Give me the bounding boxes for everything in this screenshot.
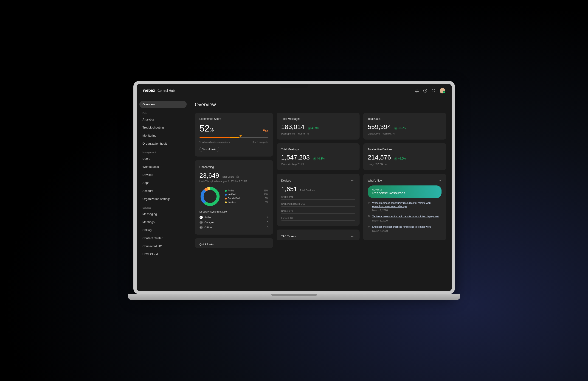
- card-title: Devices: [281, 179, 291, 182]
- sidebar-item-organization-settings[interactable]: Organization settings: [139, 195, 187, 202]
- whats-new-item: ⚐Technical resources for rapid remote wo…: [368, 215, 441, 222]
- arrow-up-icon: [313, 157, 316, 160]
- page-title: Overview: [195, 102, 446, 108]
- sidebar-item-ucm-cloud[interactable]: UCM Cloud: [139, 251, 187, 258]
- experience-note-left: % is based on task completion: [200, 141, 231, 143]
- whats-new-item: ⚐Webex business opportunity resources fo…: [368, 201, 441, 212]
- card-title: TAC Tickets: [281, 235, 296, 238]
- stat-value: 559,394: [368, 123, 391, 131]
- onboarding-value: 23,649: [200, 172, 219, 179]
- devices-value: 1,651: [281, 185, 297, 193]
- onboarding-card: Onboarding ⋯ 23,649 Total Users i Last C…: [195, 160, 273, 235]
- card-title: Onboarding: [200, 165, 214, 169]
- total-messages-card: Total Messages 183,014 46.9% Desktop 93%…: [277, 113, 359, 140]
- sidebar-item-meetings[interactable]: Meetings: [139, 219, 187, 226]
- sidebar-item-calling[interactable]: Calling: [139, 226, 187, 234]
- svg-point-4: [202, 188, 218, 204]
- whats-new-date: March 2, 2020: [372, 219, 439, 222]
- more-icon[interactable]: ⋯: [437, 178, 441, 183]
- tac-tickets-card: TAC Tickets ⋯: [277, 230, 359, 240]
- whats-new-link[interactable]: Technical resources for rapid remote wor…: [372, 215, 439, 218]
- sidebar-section-label: Services: [137, 203, 189, 210]
- stat-sub: Desktop 93%: [281, 132, 295, 135]
- stat-sub: Mobile 7%: [298, 132, 309, 135]
- banner-eyebrow: COVID-19: [372, 189, 437, 191]
- whats-new-link[interactable]: Webex business opportunity resources for…: [372, 201, 441, 208]
- legend-row: Active61%: [225, 189, 268, 193]
- sidebar-item-connected-uc[interactable]: Connected UC: [139, 243, 187, 250]
- card-title: Total Active Devices: [368, 148, 441, 151]
- more-icon[interactable]: ⋯: [351, 178, 355, 183]
- arrow-up-icon: [394, 127, 398, 130]
- avatar[interactable]: [440, 88, 445, 93]
- chat-icon[interactable]: [431, 89, 436, 93]
- stat-value: 214,576: [368, 154, 391, 161]
- directory-sync-title: Directory Synchronization: [200, 210, 268, 213]
- device-status-row: Offline279: [281, 210, 355, 214]
- more-icon[interactable]: ⋯: [264, 165, 268, 169]
- card-title: What's New: [368, 179, 382, 182]
- view-all-tasks-button[interactable]: View all tasks: [200, 147, 219, 152]
- bell-icon[interactable]: [415, 89, 419, 93]
- whats-new-item: ⚐End user and best practices for moving …: [368, 225, 441, 232]
- whats-new-date: March 2, 2020: [372, 230, 431, 232]
- sidebar: OverviewDataAnalyticsTroubleshootingMoni…: [137, 97, 189, 291]
- flag-icon: ⚐: [368, 201, 370, 212]
- stat-sub: Usage 597.714 hrs: [368, 163, 387, 165]
- sidebar-item-troubleshooting[interactable]: Troubleshooting: [139, 124, 187, 131]
- device-status-row: Online with Issues365: [281, 203, 355, 207]
- growth-pct: 31.2%: [398, 126, 406, 130]
- devices-card: Devices ⋯ 1,651 Total Devices Online903O…: [277, 174, 359, 226]
- experience-rating: Fair: [263, 129, 268, 132]
- devices-label: Total Devices: [300, 189, 315, 192]
- covid-banner[interactable]: COVID-19 Response Resources: [368, 185, 441, 198]
- sidebar-item-devices[interactable]: Devices: [139, 171, 187, 178]
- sidebar-item-workspaces[interactable]: Workspaces: [139, 163, 187, 170]
- sidebar-section-label: Data: [137, 109, 189, 116]
- dir-row: ✕Outages0: [200, 220, 268, 225]
- card-title: Total Meetings: [281, 148, 355, 151]
- total-devices-card: Total Active Devices 214,576 46.9% Usage…: [363, 143, 446, 170]
- sidebar-item-users[interactable]: Users: [139, 155, 187, 162]
- sidebar-item-messaging[interactable]: Messaging: [139, 210, 187, 218]
- card-title: Total Calls: [368, 117, 441, 120]
- experience-note-right: 3 of 8 complete: [252, 141, 268, 143]
- onboarding-label: Total Users: [222, 175, 234, 178]
- card-title: Experience Score: [200, 117, 268, 120]
- csv-note: Last CSV upload on August 8, 2020 at 2:0…: [200, 180, 268, 183]
- sidebar-section-label: Management: [137, 148, 189, 155]
- stat-value: 1,547,203: [281, 154, 310, 161]
- legend-row: Inactive5%: [225, 200, 268, 204]
- experience-unit: %: [210, 127, 214, 132]
- arrow-up-icon: [394, 157, 398, 160]
- whats-new-link[interactable]: End user and best practices for moving t…: [372, 225, 431, 229]
- card-title: Quick Links: [200, 243, 268, 246]
- flag-icon: ⚐: [368, 225, 370, 232]
- device-status-row: Online903: [281, 196, 355, 200]
- sidebar-item-apps[interactable]: Apps: [139, 179, 187, 186]
- stat-sub: Video Meetings 25.7%: [281, 163, 304, 165]
- card-title: Total Messages: [281, 117, 355, 120]
- whats-new-date: March 2, 2020: [372, 209, 441, 212]
- more-icon[interactable]: ⋯: [351, 234, 355, 239]
- legend-row: Verified28%: [225, 193, 268, 197]
- sidebar-item-organization-health[interactable]: Organization health: [139, 140, 187, 147]
- sidebar-item-contact-center[interactable]: Contact Center: [139, 235, 187, 242]
- dir-row: ✓Active4: [200, 215, 268, 220]
- growth-pct: 46.9%: [311, 126, 319, 130]
- banner-headline: Response Resources: [372, 191, 437, 195]
- brand-logo: webex: [143, 88, 155, 93]
- sidebar-item-account[interactable]: Account: [139, 187, 187, 194]
- stat-value: 183,014: [281, 123, 304, 131]
- legend-row: Bot Verified6%: [225, 197, 268, 200]
- experience-value: 52: [200, 123, 210, 133]
- help-icon[interactable]: [423, 89, 427, 93]
- quick-links-card: Quick Links: [195, 238, 273, 248]
- sidebar-item-monitoring[interactable]: Monitoring: [139, 132, 187, 139]
- growth-pct: 44.3%: [317, 157, 325, 160]
- sidebar-item-overview[interactable]: Overview: [139, 101, 187, 108]
- info-icon[interactable]: i: [236, 176, 239, 178]
- whats-new-card: What's New ⋯ COVID-19 Response Resources…: [363, 174, 446, 240]
- sidebar-item-analytics[interactable]: Analytics: [139, 116, 187, 123]
- total-meetings-card: Total Meetings 1,547,203 44.3% Video Mee…: [277, 143, 359, 170]
